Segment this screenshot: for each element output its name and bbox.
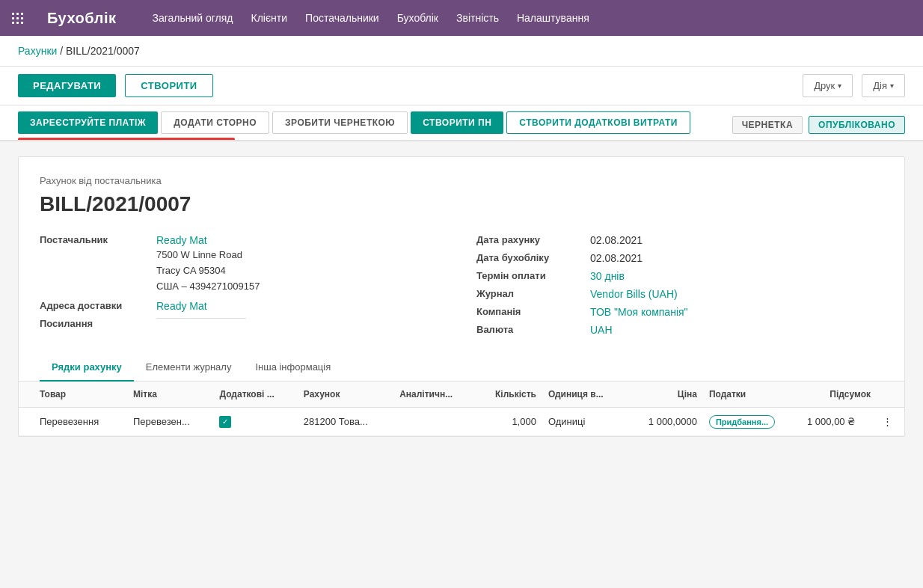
app-logo[interactable]: Бухоблік [47,10,116,27]
accounting-date-value: 02.08.2021 [590,252,883,264]
col-analytic: Аналітичн... [393,382,476,408]
register-payment-button[interactable]: ЗАРЕЄСТРУЙТЕ ПЛАТІЖ [18,111,158,134]
row-analytic [393,408,476,436]
tab-journal[interactable]: Елементи журналу [134,354,244,382]
reference-label: Посилання [40,318,144,329]
delivery-row: Адреса доставки Ready Mat [40,300,447,312]
breadcrumb-current: BILL/2021/0007 [66,45,140,57]
delivery-label: Адреса доставки [40,300,144,311]
breadcrumb: Рахунки / BILL/2021/0007 [0,36,923,67]
tax-badge[interactable]: Придбання... [709,415,775,429]
make-draft-button[interactable]: ЗРОБИТИ ЧЕРНЕТКОЮ [272,111,408,134]
nav-settings[interactable]: Налаштування [517,12,589,24]
table-row[interactable]: Перевезення Перевезен... ✓ 281200 Това..… [19,408,904,436]
row-price: 1 000,0000 [627,408,703,436]
vendor-address-line1: 7500 W Linne Road [156,249,242,260]
tabs-bar: Рядки рахунку Елементи журналу Інша інфо… [19,354,904,382]
action-label: Дія [873,80,887,91]
action-button[interactable]: Дія ▾ [862,74,905,97]
invoice-meta-label: Рахунок від постачальника [40,175,883,186]
vendor-address: 7500 W Linne Road Tracy CA 95304 США – 4… [156,248,260,294]
invoice-number: BILL/2021/0007 [40,192,883,216]
status-bar: ЗАРЕЄСТРУЙТЕ ПЛАТІЖ ДОДАТИ СТОРНО ЗРОБИТ… [0,105,923,141]
col-total: Підсумок [801,382,877,408]
breadcrumb-separator: / [60,45,63,57]
currency-value[interactable]: UAH [590,324,883,336]
status-badges: ЧЕРНЕТКА ОПУБЛІКОВАНО [732,116,905,134]
nav-accounting[interactable]: Бухоблік [397,12,438,24]
vendor-value-block: Ready Mat 7500 W Linne Road Tracy CA 953… [156,234,260,294]
date-value: 02.08.2021 [590,234,883,246]
journal-label: Журнал [476,288,581,300]
invoice-table-wrap: Товар Мітка Додаткові ... Рахунок Аналіт… [19,382,904,436]
tab-lines[interactable]: Рядки рахунку [40,354,134,382]
vendor-address-line2: Tracy CA 95304 [156,265,226,276]
grid-icon[interactable] [12,13,23,24]
main-content: Рахунок від постачальника BILL/2021/0007… [0,141,923,452]
row-account: 281200 Това... [298,408,393,436]
reference-value[interactable] [156,318,246,319]
nav-overview[interactable]: Загальний огляд [152,12,233,24]
journal-value[interactable]: Vendor Bills (UAH) [590,288,883,300]
row-unit: Одиниці [542,408,627,436]
create-extra-costs-button[interactable]: СТВОРИТИ ДОДАТКОВІ ВИТРАТИ [506,111,690,134]
print-dropdown-arrow: ▾ [838,82,841,90]
nav-links: Загальний огляд Клієнти Постачальники Бу… [152,12,589,24]
action-bar: РЕДАГУВАТИ СТВОРИТИ Друк ▾ Дія ▾ [0,67,923,105]
row-qty: 1,000 [476,408,542,436]
row-extra: ✓ [213,408,297,436]
company-label: Компанія [476,306,581,318]
col-tax: Податки [703,382,801,408]
col-product: Товар [19,382,127,408]
row-tax: Придбання... [703,408,801,436]
reference-row: Посилання [40,318,447,329]
breadcrumb-parent[interactable]: Рахунки [18,45,57,57]
invoice-right-fields: Дата рахунку 02.08.2021 Дата бухобліку 0… [476,234,883,336]
vendor-address-line3: США – 4394271009157 [156,281,260,292]
add-reversal-button[interactable]: ДОДАТИ СТОРНО [161,111,269,134]
nav-suppliers[interactable]: Постачальники [305,12,379,24]
published-badge: ОПУБЛІКОВАНО [809,116,905,134]
date-label: Дата рахунку [476,234,581,246]
print-button[interactable]: Друк ▾ [803,74,853,97]
vendor-name[interactable]: Ready Mat [156,234,207,246]
row-product: Перевезення [19,408,127,436]
vendor-row: Постачальник Ready Mat 7500 W Linne Road… [40,234,447,294]
action-dropdown-arrow: ▾ [890,82,894,90]
invoice-card: Рахунок від постачальника BILL/2021/0007… [18,156,905,437]
row-total: 1 000,00 ₴ [801,408,877,436]
delivery-name[interactable]: Ready Mat [156,300,207,312]
currency-label: Валюта [476,324,581,336]
topnav: Бухоблік Загальний огляд Клієнти Постача… [0,0,923,36]
payment-terms-value[interactable]: 30 днів [590,270,883,282]
company-value[interactable]: ТОВ "Моя компанія" [590,306,883,318]
checkbox-tag[interactable]: ✓ [219,416,231,428]
edit-button[interactable]: РЕДАГУВАТИ [18,74,116,97]
col-account: Рахунок [298,382,393,408]
nav-reports[interactable]: Звітність [456,12,499,24]
accounting-date-label: Дата бухобліку [476,252,581,264]
col-qty: Кількість [476,382,542,408]
status-underline [18,138,235,140]
print-label: Друк [814,80,835,91]
row-more[interactable]: ⋮ [877,408,904,436]
payment-terms-label: Термін оплати [476,270,581,282]
draft-badge: ЧЕРНЕТКА [732,116,803,134]
col-extra: Додаткові ... [213,382,297,408]
row-label: Перевезен... [127,408,214,436]
invoice-left-fields: Постачальник Ready Mat 7500 W Linne Road… [40,234,447,336]
create-pn-button[interactable]: СТВОРИТИ ПН [411,111,503,134]
tab-other[interactable]: Інша інформація [243,354,343,382]
col-price: Ціна [627,382,703,408]
create-button[interactable]: СТВОРИТИ [125,74,212,97]
vendor-label: Постачальник [40,234,144,245]
invoice-fields: Постачальник Ready Mat 7500 W Linne Road… [40,234,883,336]
table-header-row: Товар Мітка Додаткові ... Рахунок Аналіт… [19,382,904,408]
col-unit: Одиниця в... [542,382,627,408]
nav-clients[interactable]: Клієнти [251,12,288,24]
col-label: Мітка [127,382,214,408]
col-more [877,382,904,408]
invoice-table: Товар Мітка Додаткові ... Рахунок Аналіт… [19,382,904,436]
